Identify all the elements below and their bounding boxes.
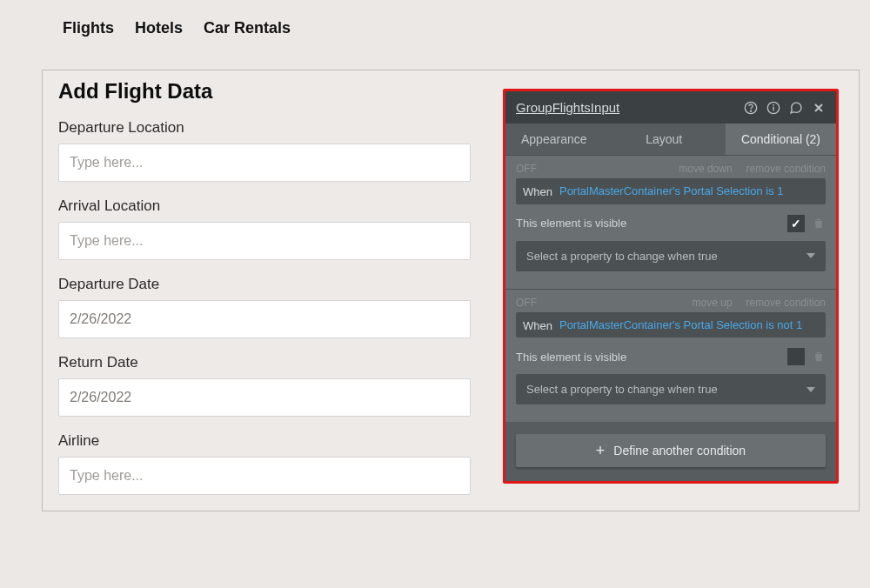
info-icon[interactable] <box>766 101 780 115</box>
condition-1-when-row[interactable]: When PortalMasterContainer's Portal Sele… <box>516 178 826 204</box>
airline-input[interactable] <box>58 457 471 495</box>
svg-point-1 <box>750 110 751 111</box>
condition-2-visible-checkbox[interactable] <box>787 348 805 365</box>
nav-hotels[interactable]: Hotels <box>135 19 183 37</box>
tab-appearance[interactable]: Appearance <box>505 124 603 155</box>
close-icon[interactable] <box>812 101 826 115</box>
condition-2-when-row[interactable]: When PortalMasterContainer's Portal Sele… <box>516 312 826 338</box>
condition-2-expression[interactable]: PortalMasterContainer's Portal Selection… <box>559 317 802 333</box>
condition-2-visible-label: This element is visible <box>516 351 787 364</box>
inspector-titlebar[interactable]: GroupFlightsInput <box>505 91 836 124</box>
inspector-tabs: Appearance Layout Conditional (2) <box>505 124 836 155</box>
nav-flights[interactable]: Flights <box>63 19 114 37</box>
inspector-element-name[interactable]: GroupFlightsInput <box>516 100 619 115</box>
define-another-condition-button[interactable]: + Define another condition <box>516 434 826 467</box>
arrival-location-input[interactable] <box>58 222 471 260</box>
condition-1-visible-label: This element is visible <box>516 217 787 230</box>
plus-icon: + <box>596 443 606 458</box>
condition-2-select-placeholder: Select a property to change when true <box>526 383 718 396</box>
departure-location-input[interactable] <box>58 144 471 182</box>
condition-1-property-select[interactable]: Select a property to change when true <box>516 241 826 271</box>
condition-1-delete-icon[interactable] <box>812 216 826 231</box>
condition-2-property-select[interactable]: Select a property to change when true <box>516 374 826 404</box>
condition-1-expression[interactable]: PortalMasterContainer's Portal Selection… <box>559 184 784 199</box>
inspector-panel: GroupFlightsInput Appearance Layout Cond… <box>503 89 839 484</box>
condition-block-2: OFF move up remove condition When Portal… <box>505 289 836 423</box>
when-label: When <box>523 184 552 198</box>
tab-layout[interactable]: Layout <box>630 124 698 155</box>
define-another-label: Define another condition <box>613 444 746 458</box>
condition-2-delete-icon[interactable] <box>812 349 826 364</box>
condition-2-remove[interactable]: remove condition <box>746 297 826 309</box>
condition-1-visible-checkbox[interactable] <box>787 215 805 232</box>
condition-1-select-placeholder: Select a property to change when true <box>526 250 718 263</box>
condition-block-1: OFF move down remove condition When Port… <box>505 155 836 289</box>
top-nav: Flights Hotels Car Rentals <box>0 0 870 46</box>
return-date-input[interactable] <box>58 378 471 417</box>
condition-1-remove[interactable]: remove condition <box>746 163 826 175</box>
chevron-down-icon <box>806 387 815 392</box>
condition-1-state: OFF <box>516 163 537 175</box>
nav-car-rentals[interactable]: Car Rentals <box>204 19 291 37</box>
svg-rect-3 <box>773 106 773 110</box>
condition-1-move-down[interactable]: move down <box>679 163 732 175</box>
tab-conditional[interactable]: Conditional (2) <box>726 124 836 155</box>
svg-point-4 <box>773 104 774 105</box>
departure-date-input[interactable] <box>58 300 471 338</box>
when-label: When <box>523 317 552 332</box>
help-icon[interactable] <box>744 101 758 115</box>
condition-2-move-up[interactable]: move up <box>693 297 733 309</box>
chevron-down-icon <box>806 253 815 258</box>
condition-2-state: OFF <box>516 297 537 309</box>
comment-icon[interactable] <box>789 101 803 115</box>
